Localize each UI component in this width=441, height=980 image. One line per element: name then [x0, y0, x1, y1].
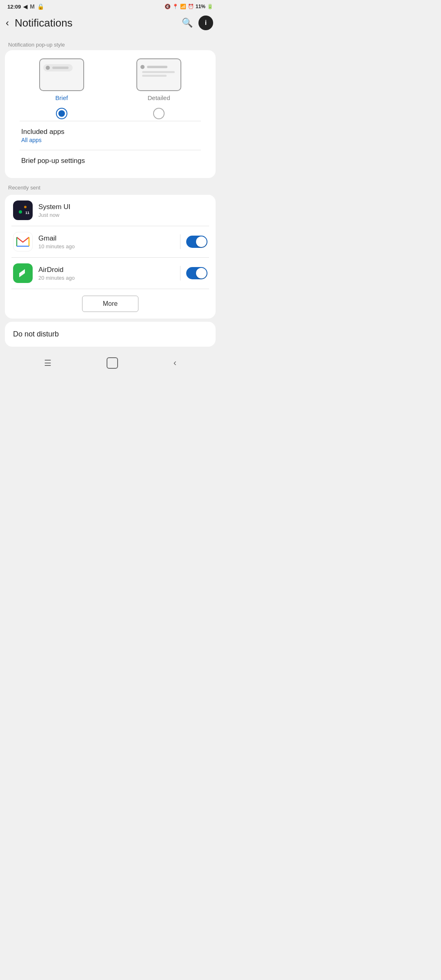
dnd-title: Do not disturb — [13, 330, 207, 339]
search-icon[interactable]: 🔍 — [182, 18, 193, 28]
gmail-time: 10 minutes ago — [38, 243, 174, 249]
svg-text:11: 11 — [25, 211, 29, 215]
main-content: Notification pop-up style Brief — [0, 37, 220, 347]
recently-sent-card: 11 System UI Just now Gmail — [5, 195, 216, 318]
systemui-name: System UI — [38, 203, 207, 211]
status-bar: 12:09 ◀ M 🔒 🔇 📍 📶 ⏰ 11% 🔋 — [0, 0, 220, 11]
systemui-icon: 11 — [13, 200, 33, 220]
airdroid-toggle-container — [180, 266, 207, 281]
mockup-dot — [46, 66, 50, 70]
toggle-divider-1 — [180, 234, 180, 249]
status-left: 12:09 ◀ M 🔒 — [7, 3, 44, 10]
mockup-line-2 — [142, 75, 167, 77]
header-left: ‹ Notifications — [4, 17, 73, 29]
info-button[interactable]: i — [198, 16, 213, 30]
popup-style-label: Notification pop-up style — [0, 37, 220, 50]
detailed-label: Detailed — [147, 94, 170, 101]
status-back-icon: ◀ — [23, 4, 27, 10]
more-btn-container: More — [5, 289, 216, 318]
gmail-icon — [13, 232, 33, 252]
home-button[interactable] — [107, 357, 118, 369]
more-button[interactable]: More — [82, 296, 138, 312]
svg-point-0 — [16, 204, 29, 217]
alarm-icon: ⏰ — [188, 4, 194, 9]
mockup-line-1 — [142, 71, 175, 73]
recently-sent-label: Recently sent — [0, 180, 220, 193]
systemui-time: Just now — [38, 212, 207, 218]
app-item-gmail[interactable]: Gmail 10 minutes ago — [5, 226, 216, 257]
status-security-icon: 🔒 — [37, 3, 44, 10]
airdroid-name: AirDroid — [38, 266, 174, 274]
svg-point-1 — [19, 210, 22, 214]
radio-detailed[interactable] — [153, 108, 165, 119]
brief-notif-preview — [43, 64, 73, 71]
popup-option-detailed[interactable]: Detailed — [110, 58, 207, 101]
brief-settings-title: Brief pop-up settings — [21, 157, 199, 165]
toggle-divider-2 — [180, 266, 180, 281]
back-button[interactable]: ‹ — [4, 17, 12, 29]
info-icon: i — [205, 19, 207, 27]
svg-point-2 — [24, 206, 27, 208]
status-right: 🔇 📍 📶 ⏰ 11% 🔋 — [165, 4, 213, 9]
app-item-airdroid[interactable]: AirDroid 20 minutes ago — [5, 258, 216, 289]
battery-text: 11% — [196, 4, 205, 9]
included-apps-title: Included apps — [21, 128, 199, 136]
mockup-line — [52, 67, 69, 69]
airdroid-toggle[interactable] — [186, 267, 207, 279]
radio-row — [13, 106, 207, 121]
radio-brief[interactable] — [56, 108, 67, 119]
systemui-info: System UI Just now — [38, 203, 207, 218]
gmail-svg — [16, 236, 30, 247]
page-header: ‹ Notifications 🔍 i — [0, 11, 220, 37]
battery-icon: 🔋 — [207, 4, 213, 9]
back-nav-button[interactable]: ‹ — [174, 358, 176, 368]
header-icons: 🔍 i — [182, 16, 213, 30]
brief-settings-text: Brief pop-up settings — [21, 157, 199, 165]
mockup-detail-lines — [140, 71, 177, 77]
gmail-info: Gmail 10 minutes ago — [38, 234, 174, 249]
bottom-nav: ☰ ‹ — [0, 352, 220, 377]
location-icon: 📍 — [172, 4, 178, 9]
brief-label: Brief — [56, 94, 68, 101]
mockup-detail-dot — [140, 65, 145, 69]
mockup-detail-line-short — [147, 66, 167, 68]
status-gmail-icon: M — [30, 3, 35, 10]
gmail-name: Gmail — [38, 234, 174, 243]
app-item-systemui[interactable]: 11 System UI Just now — [5, 195, 216, 226]
mockup-detail-top — [140, 65, 177, 69]
included-apps-item[interactable]: Included apps All apps — [13, 121, 207, 150]
popup-option-brief[interactable]: Brief — [13, 58, 110, 101]
popup-options: Brief Detailed — [13, 58, 207, 101]
included-apps-sub: All apps — [21, 137, 199, 143]
airdroid-svg — [16, 266, 30, 280]
mute-icon: 🔇 — [165, 4, 171, 9]
detailed-mockup — [136, 58, 181, 91]
systemui-svg: 11 — [16, 204, 29, 217]
dnd-card[interactable]: Do not disturb — [5, 322, 216, 347]
popup-style-card: Brief Detailed — [5, 50, 216, 178]
brief-settings-item[interactable]: Brief pop-up settings — [13, 150, 207, 172]
gmail-toggle[interactable] — [186, 236, 207, 248]
menu-button[interactable]: ☰ — [44, 358, 51, 368]
airdroid-time: 20 minutes ago — [38, 275, 174, 281]
included-apps-text: Included apps All apps — [21, 128, 199, 143]
wifi-icon: 📶 — [180, 4, 186, 9]
airdroid-info: AirDroid 20 minutes ago — [38, 266, 174, 281]
detailed-preview — [140, 63, 177, 77]
status-time: 12:09 — [7, 4, 21, 10]
airdroid-icon — [13, 263, 33, 283]
brief-mockup — [39, 58, 84, 91]
gmail-toggle-container — [180, 234, 207, 249]
page-title: Notifications — [15, 17, 73, 29]
